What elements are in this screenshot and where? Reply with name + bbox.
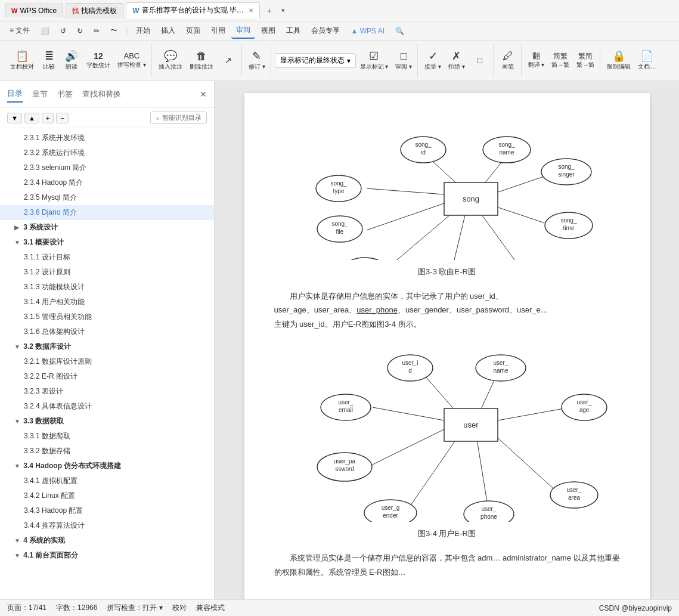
svg-point-23 [342, 258, 387, 260]
toc-item[interactable]: ▶ 3 系统设计 [0, 220, 214, 235]
toc-item[interactable]: 3.4.1 虚拟机配置 [0, 473, 214, 488]
toc-item[interactable]: 2.3.4 Hadoop 简介 [0, 175, 214, 190]
toolbar-comment-extra[interactable]: ↗ [218, 54, 239, 67]
new-tab-button[interactable]: + [262, 4, 277, 18]
toc-item[interactable]: 2.3.1 系统开发环境 [0, 131, 214, 146]
status-spellcheck[interactable]: 拼写检查：打开 ▾ [107, 603, 162, 613]
toc-item[interactable]: 3.1.4 用户相关功能 [0, 295, 214, 309]
read-icon: 🔊 [65, 51, 78, 61]
toolbar-accept-extra[interactable]: □ [469, 54, 491, 67]
toc-item[interactable]: 2.3.5 Mysql 简介 [0, 190, 214, 205]
sidebar-controls: ▼ ▲ + − ○ 智能识别目录 [0, 108, 214, 128]
toc-item[interactable]: ▼ 3.2 数据库设计 [0, 339, 214, 354]
toc-item[interactable]: 3.4.2 Linux 配置 [0, 488, 214, 503]
status-wordcount: 字数：12966 [56, 603, 97, 613]
toolbar-trad[interactable]: 简繁 简→繁 [548, 51, 572, 71]
toc-item[interactable]: ▼ 3.4 Hadoop 仿分布式环境搭建 [0, 459, 214, 473]
sidebar-tab-toc[interactable]: 目录 [7, 86, 23, 103]
toc-item[interactable]: 3.2.3 表设计 [0, 384, 214, 399]
menu-wpsai[interactable]: ▲ WPS AI [346, 24, 389, 38]
menu-redo[interactable]: ↻ [72, 24, 88, 38]
toolbar-audit[interactable]: □ 审阅 ▾ [392, 49, 415, 73]
menu-format[interactable]: 〜 [106, 23, 122, 38]
toolbar-showmark[interactable]: ☑ 显示标记 ▾ [357, 49, 392, 73]
menu-insert[interactable]: 插入 [156, 23, 180, 38]
sidebar-tab-bookmark[interactable]: 书签 [57, 86, 73, 102]
status-proofread[interactable]: 校对 [172, 603, 187, 613]
sidebar-tab-chapter[interactable]: 章节 [32, 86, 48, 102]
toolbar-insertcomment[interactable]: 💬 插入批注 [156, 49, 185, 73]
toc-item[interactable]: ▼ 4.1 前台页面部分 [0, 548, 214, 563]
toolbar-group-draw: 🖊 画笔 [495, 44, 522, 78]
sidebar-close-icon[interactable]: ✕ [200, 89, 207, 99]
menu-undo[interactable]: ↺ [55, 24, 71, 38]
toc-item[interactable]: 3.4.4 推荐算法设计 [0, 518, 214, 533]
toolbar-translate[interactable]: 翻 翻译 ▾ [525, 50, 548, 71]
toc-item[interactable]: 3.2.1 数据库设计原则 [0, 354, 214, 369]
toc-item[interactable]: 3.3.2 数据存储 [0, 444, 214, 459]
tab-dropdown-icon[interactable]: ▾ [281, 7, 285, 14]
toc-item[interactable]: 3.2.4 具体表信息设计 [0, 399, 214, 414]
toolbar-doccheck[interactable]: 📋 文档校对 [7, 49, 37, 73]
smart-toc-button[interactable]: ○ 智能识别目录 [150, 112, 207, 124]
toc-item[interactable]: 2.3.2 系统运行环境 [0, 146, 214, 160]
tab-template[interactable]: 找 找稿壳模板 [66, 3, 123, 18]
toc-item[interactable]: 3.1.3 功能模块设计 [0, 280, 214, 295]
sidebar-tab-findreplace[interactable]: 查找和替换 [82, 86, 121, 102]
tab-close-icon[interactable]: ✕ [249, 7, 253, 14]
toc-item[interactable]: 2.3.3 selenium 简介 [0, 160, 214, 175]
svg-text:name: name [493, 367, 508, 374]
menu-view[interactable]: 视图 [256, 23, 280, 38]
toc-item[interactable]: ▼ 3.1 概要设计 [0, 235, 214, 250]
wordcount-icon: 12 [94, 52, 103, 60]
toc-item[interactable]: 3.1.6 总体架构设计 [0, 324, 214, 339]
menu-pencil[interactable]: ✏ [89, 24, 104, 38]
toolbar-spell[interactable]: ABC 拼写检查 ▾ [114, 50, 149, 71]
wps-icon: W [11, 7, 17, 14]
toc-item[interactable]: ▼ 3.3 数据获取 [0, 414, 214, 429]
toolbar-doc[interactable]: 📄 文档… [635, 49, 659, 73]
toc-item[interactable]: 3.4.3 Hadoop 配置 [0, 503, 214, 518]
toc-item[interactable]: 3.2.2 E-R 图设计 [0, 369, 214, 384]
menu-vip[interactable]: 会员专享 [306, 23, 345, 38]
svg-text:song_: song_ [331, 221, 348, 227]
user-er-diagram: user user_i d user_ name user_ email use… [274, 343, 620, 522]
menu-reference[interactable]: 引用 [206, 23, 230, 38]
svg-text:user_: user_ [566, 487, 581, 493]
toc-item[interactable]: ▼ 4 系统的实现 [0, 533, 214, 548]
toolbar-read[interactable]: 🔊 朗读 [61, 49, 82, 73]
toolbar-track[interactable]: ✎ 修订 ▾ [246, 49, 268, 73]
svg-text:phone: phone [480, 513, 497, 520]
tab-doc[interactable]: W 音乐推荐平台的设计与实现 毕… ✕ [126, 2, 260, 18]
markup-dropdown[interactable]: 显示标记的最终状态 ▾ [275, 53, 356, 68]
svg-line-5 [447, 215, 465, 260]
toc-remove[interactable]: − [56, 113, 68, 123]
toc-item[interactable]: 3.1.2 设计原则 [0, 265, 214, 280]
toc-item[interactable]: 3.1.5 管理员相关功能 [0, 309, 214, 324]
toolbar-brush[interactable]: 🖊 画笔 [497, 49, 519, 73]
toolbar-restrict[interactable]: 🔒 限制编辑 [604, 49, 634, 73]
menu-search[interactable]: 🔍 [390, 24, 409, 38]
toolbar-wordcount[interactable]: 12 字数统计 [83, 50, 113, 72]
track-icon: ✎ [252, 51, 261, 61]
toolbar-simp[interactable]: 繁简 繁→简 [573, 51, 597, 71]
accept-icon: ✓ [429, 51, 438, 61]
toc-expand-down[interactable]: ▼ [7, 113, 22, 123]
toc-expand-up[interactable]: ▲ [24, 113, 39, 123]
toc-item[interactable]: 3.3.1 数据爬取 [0, 429, 214, 444]
toc-add[interactable]: + [42, 113, 54, 123]
menu-review[interactable]: 审阅 [231, 23, 255, 39]
menu-file[interactable]: ≡ 文件 [5, 23, 35, 38]
toc-item[interactable]: 3.1.1 设计目标 [0, 250, 214, 265]
toolbar-reject[interactable]: ✗ 拒绝 ▾ [445, 49, 468, 73]
menu-save[interactable]: ⬜ [36, 24, 54, 38]
menu-tools[interactable]: 工具 [281, 23, 305, 38]
doc-icon: W [132, 7, 139, 15]
tab-wps[interactable]: W WPS Office [5, 4, 63, 17]
toolbar-accept[interactable]: ✓ 接受 ▾ [421, 49, 444, 73]
toolbar-deletecomment[interactable]: 🗑 删除批注 [187, 49, 216, 73]
toolbar-compare[interactable]: ≣ 比较 [38, 49, 60, 73]
menu-page[interactable]: 页面 [181, 23, 205, 38]
menu-start[interactable]: 开始 [131, 23, 155, 38]
toc-item-active[interactable]: 2.3.6 Djano 简介 [0, 205, 214, 220]
